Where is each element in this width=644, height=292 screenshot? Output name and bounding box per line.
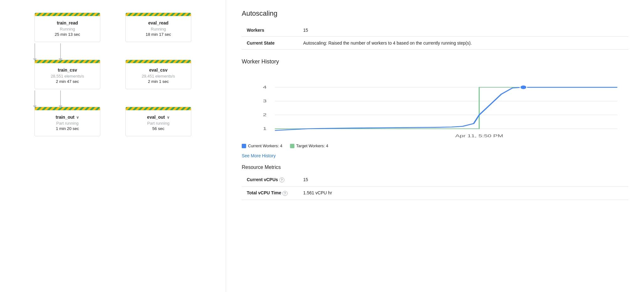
node-stripe (35, 107, 100, 110)
connector-col (60, 89, 61, 107)
pipeline-row-2: train_out∨Part running1 min 20 seceval_o… (34, 107, 191, 136)
node-name: eval_read (131, 20, 186, 25)
connector-col (34, 89, 35, 107)
info-label: Current State (242, 37, 298, 50)
node-stripe (126, 60, 191, 63)
node-col: eval_out∨Part running56 sec (125, 107, 191, 136)
connector-line (60, 90, 61, 105)
metrics-row: Total vCPU Time?1.561 vCPU hr (242, 187, 628, 200)
node-stripe (35, 60, 100, 63)
autoscaling-info-table: Workers15Current StateAutoscaling: Raise… (242, 24, 628, 50)
autoscaling-title: Autoscaling (242, 9, 628, 18)
node-status: Part running (131, 121, 186, 126)
node-status: Running (131, 27, 186, 31)
legend-target-workers: Target Workers: 4 (290, 143, 328, 148)
help-icon[interactable]: ? (279, 177, 284, 182)
svg-text:3: 3 (263, 99, 267, 103)
node-eval_read[interactable]: eval_readRunning18 min 17 sec (125, 13, 191, 42)
connector-col (34, 42, 35, 60)
node-time: 2 min 47 sec (40, 79, 95, 84)
legend-blue-icon (242, 144, 246, 148)
connector-row (34, 89, 191, 107)
worker-history-chart: 1 2 3 4 Apr 11, 5:50 PM (242, 70, 628, 139)
svg-point-9 (520, 85, 527, 89)
metrics-value: 15 (298, 173, 628, 187)
svg-text:1: 1 (263, 126, 267, 131)
connector-line (34, 43, 35, 58)
node-time: 18 min 17 sec (131, 32, 186, 37)
metrics-value: 1.561 vCPU hr (298, 187, 628, 200)
node-train_out[interactable]: train_out∨Part running1 min 20 sec (34, 107, 100, 136)
info-value: Autoscaling: Raised the number of worker… (298, 37, 628, 50)
node-time: 56 sec (131, 126, 186, 131)
node-status: 28,551 elements/s (40, 74, 95, 78)
worker-history-title: Worker History (242, 58, 628, 65)
chart-legend: Current Workers: 4 Target Workers: 4 (242, 143, 628, 148)
node-status: Part running (40, 121, 95, 126)
pipeline-row-0: train_readRunning25 min 13 seceval_readR… (34, 13, 191, 42)
connector-col (60, 42, 61, 60)
svg-text:Apr 11, 5:50 PM: Apr 11, 5:50 PM (455, 134, 503, 138)
node-time: 1 min 20 sec (40, 126, 95, 131)
node-name: eval_out∨ (131, 115, 186, 120)
node-status: 29,451 elements/s (131, 74, 186, 78)
node-eval_out[interactable]: eval_out∨Part running56 sec (125, 107, 191, 136)
connector-line (60, 43, 61, 58)
metrics-label: Current vCPUs? (242, 173, 298, 187)
metrics-label: Total vCPU Time? (242, 187, 298, 200)
node-col: eval_csv29,451 elements/s2 min 1 sec (125, 60, 191, 89)
info-label: Workers (242, 24, 298, 37)
chevron-down-icon[interactable]: ∨ (167, 115, 170, 120)
metrics-row: Current vCPUs?15 (242, 173, 628, 187)
see-more-history-link[interactable]: See More History (242, 153, 628, 158)
chevron-down-icon[interactable]: ∨ (76, 115, 79, 120)
legend-green-icon (290, 144, 294, 148)
chart-svg: 1 2 3 4 Apr 11, 5:50 PM (242, 70, 628, 139)
node-train_read[interactable]: train_readRunning25 min 13 sec (34, 13, 100, 42)
node-status: Running (40, 27, 95, 31)
right-panel: Autoscaling Workers15Current StateAutosc… (226, 0, 644, 292)
node-name: train_csv (40, 68, 95, 73)
node-col: train_csv28,551 elements/s2 min 47 sec (34, 60, 100, 89)
connector-row (34, 42, 191, 60)
resource-metrics-title: Resource Metrics (242, 165, 628, 170)
node-time: 25 min 13 sec (40, 32, 95, 37)
svg-text:2: 2 (263, 112, 267, 117)
node-stripe (35, 13, 100, 16)
help-icon[interactable]: ? (282, 191, 288, 196)
node-train_csv[interactable]: train_csv28,551 elements/s2 min 47 sec (34, 60, 100, 89)
node-col: train_readRunning25 min 13 sec (34, 13, 100, 42)
node-name: eval_csv (131, 68, 186, 73)
node-time: 2 min 1 sec (131, 79, 186, 84)
legend-current-workers: Current Workers: 4 (242, 143, 282, 148)
node-name: train_out∨ (40, 115, 95, 120)
node-col: train_out∨Part running1 min 20 sec (34, 107, 100, 136)
svg-text:4: 4 (263, 85, 267, 89)
legend-target-label: Target Workers: 4 (296, 143, 328, 148)
pipeline-row-1: train_csv28,551 elements/s2 min 47 secev… (34, 60, 191, 89)
info-row: Current StateAutoscaling: Raised the num… (242, 37, 628, 50)
node-eval_csv[interactable]: eval_csv29,451 elements/s2 min 1 sec (125, 60, 191, 89)
node-col: eval_readRunning18 min 17 sec (125, 13, 191, 42)
resource-metrics-table: Current vCPUs?15Total vCPU Time?1.561 vC… (242, 173, 628, 200)
node-stripe (126, 13, 191, 16)
connector-line (34, 90, 35, 105)
pipeline-panel: train_readRunning25 min 13 seceval_readR… (0, 0, 226, 292)
info-row: Workers15 (242, 24, 628, 37)
node-name: train_read (40, 20, 95, 25)
legend-current-label: Current Workers: 4 (248, 143, 282, 148)
info-value: 15 (298, 24, 628, 37)
node-stripe (126, 107, 191, 110)
